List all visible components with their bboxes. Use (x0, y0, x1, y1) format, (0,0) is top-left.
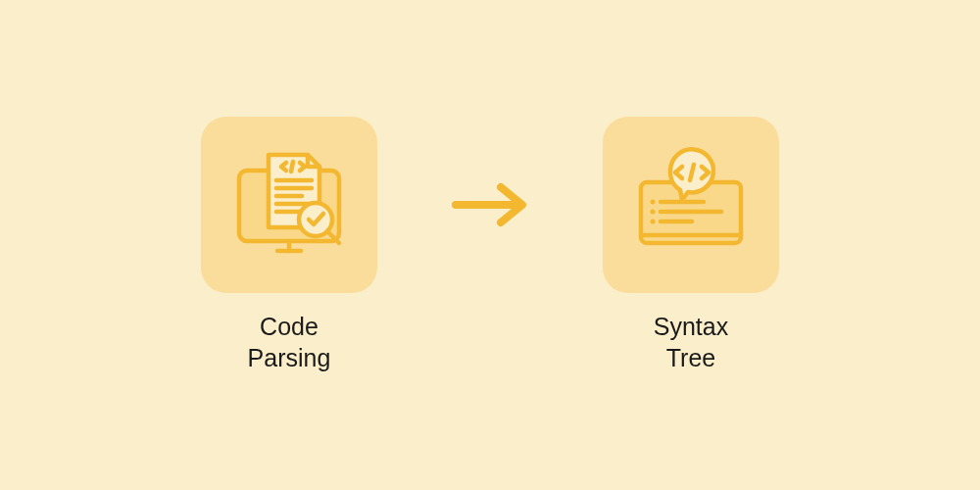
tile-syntax-tree (603, 117, 779, 293)
tile-code-parsing (201, 117, 377, 293)
svg-point-15 (651, 199, 656, 204)
label-syntax-tree: Syntax Tree (654, 311, 728, 374)
svg-point-19 (651, 219, 656, 223)
svg-line-3 (291, 162, 293, 172)
code-review-icon (225, 141, 353, 269)
diagram-flow: Code Parsing (201, 117, 779, 374)
svg-point-17 (651, 209, 656, 214)
arrow-right (446, 117, 534, 293)
arrow-right-icon (446, 175, 534, 234)
code-monitor-icon (627, 141, 755, 269)
node-syntax-tree: Syntax Tree (603, 117, 779, 374)
node-code-parsing: Code Parsing (201, 117, 377, 374)
label-code-parsing: Code Parsing (248, 311, 331, 374)
